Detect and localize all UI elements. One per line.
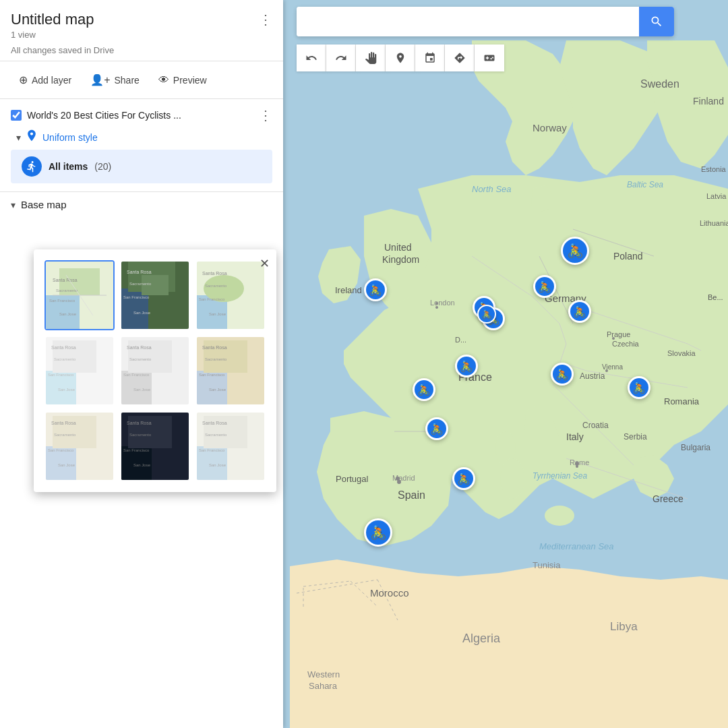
svg-text:Tyrrhenian Sea: Tyrrhenian Sea [533, 471, 587, 481]
svg-text:Vienna: Vienna [602, 363, 623, 371]
directions-button[interactable] [445, 44, 475, 71]
map-marker[interactable]: 🚴 [568, 300, 591, 323]
layer-more-icon[interactable]: ⋮ [259, 107, 272, 123]
svg-text:San Francisco: San Francisco [48, 373, 74, 377]
base-map-section: ▾ Base map [0, 192, 283, 214]
svg-text:Santa Rosa: Santa Rosa [127, 345, 152, 350]
pan-button[interactable] [356, 44, 386, 71]
svg-point-41 [435, 306, 438, 309]
search-input[interactable] [297, 7, 639, 36]
map-marker[interactable]: 🚴 [364, 278, 387, 301]
preview-icon: 👁 [158, 74, 169, 86]
svg-text:Santa Rosa: Santa Rosa [127, 421, 152, 425]
path-button[interactable] [415, 44, 445, 71]
style-option-terrain[interactable]: Santa Rosa Sacramento San Francisco San … [195, 260, 266, 330]
svg-text:Sacramento: Sacramento [56, 289, 78, 293]
svg-text:London: London [430, 299, 455, 307]
base-map-header[interactable]: ▾ Base map [11, 199, 272, 210]
layer-section: World's 20 Best Cities For Cyclists ... … [0, 99, 283, 192]
svg-text:Western: Western [307, 669, 340, 679]
svg-text:San Jose: San Jose [133, 311, 151, 315]
svg-text:Greece: Greece [653, 493, 684, 504]
svg-text:San Francisco: San Francisco [199, 297, 225, 301]
uniform-style-row[interactable]: ▾ Uniform style [16, 129, 272, 146]
style-option-simple[interactable]: Santa Rosa Sacramento San Francisco San … [195, 411, 266, 481]
uniform-style-icon [25, 129, 38, 146]
layer-checkbox[interactable] [11, 110, 22, 121]
svg-text:North Sea: North Sea [472, 184, 512, 194]
svg-text:San Jose: San Jose [209, 312, 226, 316]
more-options-icon[interactable]: ⋮ [259, 11, 272, 28]
map-toolbar [297, 44, 504, 71]
svg-text:Morocco: Morocco [370, 587, 409, 599]
svg-point-36 [605, 369, 608, 372]
svg-text:Santa Rosa: Santa Rosa [202, 271, 227, 276]
share-icon: 👤+ [90, 73, 110, 86]
svg-text:Norway: Norway [533, 122, 567, 133]
svg-text:Santa Rosa: Santa Rosa [51, 421, 76, 425]
map-marker[interactable]: 🚴 [551, 363, 574, 386]
style-option-default[interactable]: Santa Rosa Sacramento San Francisco San … [44, 260, 115, 330]
svg-text:Czechia: Czechia [612, 340, 640, 348]
style-picker-popup: ✕ Santa Rosa Sacramento San Francisco Sa… [34, 249, 276, 492]
svg-point-3 [545, 506, 574, 526]
undo-button[interactable] [297, 44, 326, 71]
style-option-sand[interactable]: Santa Rosa Sacramento San Francisco San … [195, 336, 266, 406]
map-title: Untitled map [11, 11, 94, 28]
style-option-dark[interactable]: Santa Rosa Sacramento San Francisco San … [120, 411, 190, 481]
svg-text:Italy: Italy [566, 431, 584, 442]
svg-text:San Jose: San Jose [59, 312, 77, 316]
svg-text:Kingdom: Kingdom [382, 254, 419, 265]
measure-button[interactable] [475, 44, 504, 71]
svg-text:Mediterranean Sea: Mediterranean Sea [539, 541, 614, 551]
svg-text:Sahara: Sahara [309, 681, 338, 691]
svg-text:Sacramento: Sacramento [129, 357, 152, 361]
layer-title-row: World's 20 Best Cities For Cyclists ... [11, 110, 181, 121]
svg-text:Serbia: Serbia [624, 432, 647, 442]
title-row: Untitled map ⋮ [11, 11, 272, 28]
preview-button[interactable]: 👁 Preview [150, 69, 215, 92]
svg-text:San Francisco: San Francisco [48, 448, 74, 452]
style-picker-close-button[interactable]: ✕ [260, 256, 270, 271]
style-option-mono[interactable]: Santa Rosa Sacramento San Francisco San … [120, 336, 190, 406]
svg-text:Bulgaria: Bulgaria [681, 443, 710, 452]
uniform-style-label: Uniform style [42, 132, 98, 143]
svg-text:Santa Rosa: Santa Rosa [127, 270, 152, 274]
add-layer-button[interactable]: ⊕ Add layer [11, 68, 80, 92]
style-grid: Santa Rosa Sacramento San Francisco San … [44, 260, 266, 481]
redo-button[interactable] [326, 44, 356, 71]
layer-header: World's 20 Best Cities For Cyclists ... … [11, 107, 272, 123]
search-button[interactable] [639, 7, 674, 36]
svg-text:Santa Rosa: Santa Rosa [51, 345, 76, 350]
share-button[interactable]: 👤+ Share [82, 68, 148, 92]
all-items-row[interactable]: All items (20) [11, 150, 272, 183]
svg-text:Lithuania: Lithuania [700, 219, 728, 227]
all-items-count: (20) [94, 161, 111, 172]
svg-text:San Francisco: San Francisco [199, 448, 225, 452]
svg-text:Madrid: Madrid [392, 474, 415, 482]
map-marker[interactable]: 🚴 [533, 275, 556, 298]
svg-text:Estonia: Estonia [701, 165, 727, 173]
marker-button[interactable] [386, 44, 415, 71]
style-option-light[interactable]: Santa Rosa Sacramento San Francisco San … [44, 336, 115, 406]
map-marker[interactable]: 🚴 [425, 417, 448, 440]
style-option-satellite[interactable]: Santa Rosa Sacramento San Francisco San … [120, 260, 190, 330]
map-marker[interactable]: 🚴 [364, 518, 392, 547]
svg-text:Portugal: Portugal [336, 474, 369, 484]
map-marker[interactable]: 🚴 [477, 305, 496, 324]
map-marker[interactable]: 🚴 [452, 467, 475, 490]
map-marker[interactable]: 🚴 [455, 355, 478, 377]
saved-status: All changes saved in Drive [11, 45, 272, 55]
svg-text:San Francisco: San Francisco [123, 448, 150, 452]
map-marker[interactable]: 🚴 [413, 378, 435, 401]
svg-text:Finland: Finland [693, 96, 724, 107]
svg-text:Santa Rosa: Santa Rosa [202, 345, 227, 350]
svg-text:Libya: Libya [610, 620, 638, 633]
svg-text:Sacramento: Sacramento [205, 284, 227, 288]
map-marker[interactable]: 🚴 [561, 237, 589, 265]
map-marker[interactable]: 🚴 [628, 376, 650, 399]
svg-text:San Francisco: San Francisco [123, 373, 150, 377]
style-option-pale[interactable]: Santa Rosa Sacramento San Francisco San … [44, 411, 115, 481]
base-map-expand-icon: ▾ [11, 200, 16, 210]
svg-text:San Jose: San Jose [58, 463, 75, 467]
